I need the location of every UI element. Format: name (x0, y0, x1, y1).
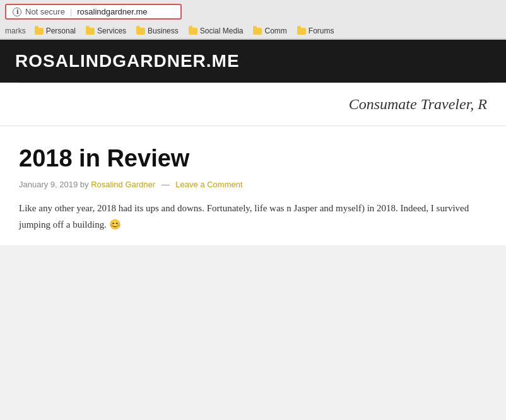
folder-icon (35, 28, 44, 35)
folder-icon (86, 28, 95, 35)
bookmark-business[interactable]: Business (132, 25, 182, 37)
article-author-link[interactable]: Rosalind Gardner (91, 180, 155, 189)
not-secure-label: Not secure (25, 7, 65, 16)
bookmarks-bar: marks Personal Services Business Social … (0, 23, 506, 39)
bookmark-social-media-label: Social Media (200, 26, 244, 35)
tagline-text: Consumate Traveler, R (349, 96, 487, 112)
bookmark-personal-label: Personal (46, 26, 76, 35)
article-dash: — (162, 180, 170, 189)
browser-chrome: ℹ Not secure | rosalindgardner.me marks … (0, 0, 506, 40)
tagline-section: Consumate Traveler, R (0, 83, 506, 126)
article-section: 2018 in Review January 9, 2019 by Rosali… (0, 126, 506, 245)
bookmark-forums-label: Forums (309, 26, 334, 35)
folder-icon (297, 28, 306, 35)
folder-icon (253, 28, 262, 35)
bookmark-forums[interactable]: Forums (293, 25, 338, 37)
bookmark-comm[interactable]: Comm (249, 25, 290, 37)
article-body: Like any other year, 2018 had its ups an… (19, 201, 487, 233)
site-content: ROSALINDGARDNER.ME Consumate Traveler, R… (0, 40, 506, 245)
address-bar[interactable]: ℹ Not secure | rosalindgardner.me (5, 4, 182, 20)
article-date: January 9, 2019 (19, 180, 78, 189)
article-by: by (80, 180, 91, 189)
address-url[interactable]: rosalindgardner.me (77, 7, 147, 16)
site-header: ROSALINDGARDNER.ME (0, 40, 506, 83)
article-meta: January 9, 2019 by Rosalind Gardner — Le… (19, 180, 487, 189)
folder-icon (136, 28, 145, 35)
bookmark-services[interactable]: Services (82, 25, 130, 37)
folder-icon (189, 28, 197, 35)
bookmark-personal[interactable]: Personal (31, 25, 79, 37)
address-divider: | (70, 7, 72, 16)
address-bar-row: ℹ Not secure | rosalindgardner.me (0, 0, 506, 23)
leave-comment-link[interactable]: Leave a Comment (175, 180, 242, 189)
bookmark-social-media[interactable]: Social Media (185, 25, 247, 37)
bookmark-comm-label: Comm (264, 26, 286, 35)
site-title: ROSALINDGARDNER.ME (15, 51, 491, 71)
bookmark-services-label: Services (97, 26, 126, 35)
bookmark-business-label: Business (148, 26, 179, 35)
not-secure-icon: ℹ (13, 8, 21, 16)
bookmarks-prefix: marks (5, 26, 26, 35)
article-title: 2018 in Review (19, 145, 487, 172)
